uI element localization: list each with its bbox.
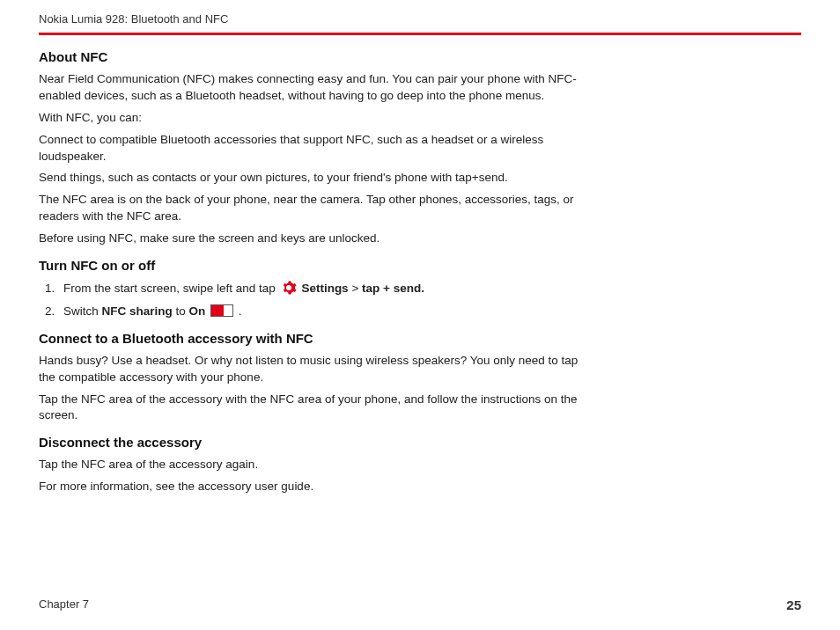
heading-connect-bt: Connect to a Bluetooth accessory with NF… xyxy=(39,329,585,348)
paragraph: With NFC, you can: xyxy=(39,110,585,127)
page-content: About NFC Near Field Communication (NFC)… xyxy=(39,48,585,495)
heading-turn-nfc: Turn NFC on or off xyxy=(39,256,585,275)
paragraph: For more information, see the accessory … xyxy=(39,479,585,495)
step-text: Switch xyxy=(63,304,102,318)
heading-disconnect: Disconnect the accessory xyxy=(39,433,585,451)
tap-send-label: tap + send. xyxy=(362,282,424,295)
step-text: . xyxy=(235,304,242,318)
heading-about-nfc: About NFC xyxy=(39,48,585,66)
paragraph: Before using NFC, make sure the screen a… xyxy=(39,231,585,247)
header-rule xyxy=(39,33,801,35)
on-label: On xyxy=(189,304,206,318)
settings-gear-icon xyxy=(281,280,297,301)
chapter-label: Chapter 7 xyxy=(39,597,89,611)
running-head: Nokia Lumia 928: Bluetooth and NFC xyxy=(39,12,801,33)
page-footer: Chapter 7 25 xyxy=(39,597,801,612)
step-text: From the start screen, swipe left and ta… xyxy=(63,282,279,295)
paragraph: Send things, such as contacts or your ow… xyxy=(39,170,585,187)
settings-label: Settings xyxy=(301,282,348,295)
step-text: to xyxy=(173,304,189,318)
nfc-sharing-label: NFC sharing xyxy=(102,304,173,318)
paragraph: Tap the NFC area of the accessory again. xyxy=(39,457,585,473)
paragraph: Near Field Communication (NFC) makes con… xyxy=(39,71,585,105)
paragraph: Connect to compatible Bluetooth accessor… xyxy=(39,132,585,165)
paragraph: The NFC area is on the back of your phon… xyxy=(39,192,585,225)
steps-list: From the start screen, swipe left and ta… xyxy=(39,280,585,320)
paragraph: Tap the NFC area of the accessory with t… xyxy=(39,392,585,425)
paragraph: Hands busy? Use a headset. Or why not li… xyxy=(39,353,585,386)
page-number: 25 xyxy=(786,597,801,612)
separator: > xyxy=(349,282,362,295)
step-2: Switch NFC sharing to On . xyxy=(58,304,585,320)
step-1: From the start screen, swipe left and ta… xyxy=(58,280,585,301)
toggle-on-icon xyxy=(210,304,233,317)
